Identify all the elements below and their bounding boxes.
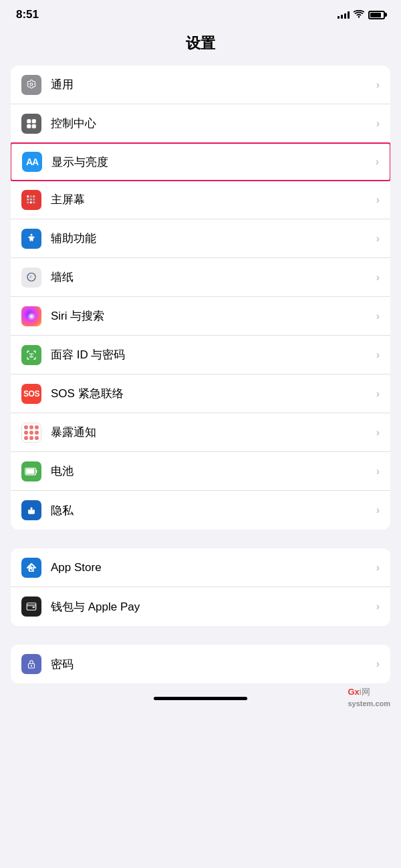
appstore-chevron: › <box>376 562 380 574</box>
settings-item-privacy[interactable]: 隐私 › <box>11 491 390 530</box>
settings-item-siri[interactable]: Siri 与搜索 › <box>11 297 390 336</box>
faceid-chevron: › <box>376 349 380 361</box>
status-bar: 8:51 <box>0 0 401 27</box>
privacy-icon <box>21 500 41 520</box>
battery-chevron: › <box>376 465 380 477</box>
svg-point-18 <box>31 315 33 317</box>
signal-icon <box>338 11 350 19</box>
watermark: Gxi网system.com <box>348 686 390 708</box>
faceid-label: 面容 ID 与密码 <box>51 347 371 362</box>
wallpaper-chevron: › <box>376 272 380 284</box>
password-label: 密码 <box>51 657 371 672</box>
exposure-icon <box>21 423 41 443</box>
settings-item-sos[interactable]: SOS SOS 紧急联络 › <box>11 374 390 413</box>
accessibility-label: 辅助功能 <box>51 231 371 246</box>
settings-item-home-screen[interactable]: 主屏幕 › <box>11 181 390 219</box>
svg-rect-13 <box>30 201 32 203</box>
siri-icon <box>21 306 41 326</box>
wifi-icon <box>354 9 364 20</box>
exposure-chevron: › <box>376 427 380 439</box>
display-chevron: › <box>376 156 379 168</box>
control-center-chevron: › <box>376 118 380 130</box>
settings-item-display[interactable]: AA 显示与亮度 › <box>11 142 390 181</box>
settings-item-wallpaper[interactable]: 墙纸 › <box>11 258 390 297</box>
status-time: 8:51 <box>16 8 39 21</box>
appstore-label: App Store <box>51 561 371 574</box>
svg-rect-6 <box>27 195 29 197</box>
accessibility-chevron: › <box>376 233 380 245</box>
battery-icon <box>21 461 41 481</box>
wallet-chevron: › <box>376 601 380 613</box>
svg-rect-9 <box>27 198 29 200</box>
siri-chevron: › <box>376 310 380 322</box>
svg-rect-30 <box>33 607 35 608</box>
battery-status-icon <box>368 11 385 19</box>
privacy-chevron: › <box>376 504 380 516</box>
control-center-label: 控制中心 <box>51 116 371 131</box>
settings-item-wallet[interactable]: 钱包与 Apple Pay › <box>11 587 390 626</box>
status-icons <box>338 9 385 20</box>
exposure-label: 暴露通知 <box>51 425 371 440</box>
svg-rect-20 <box>26 469 35 474</box>
settings-item-password[interactable]: 密码 › <box>11 645 390 683</box>
svg-rect-2 <box>27 119 31 123</box>
svg-rect-14 <box>33 201 35 203</box>
home-indicator <box>154 697 247 700</box>
control-center-icon <box>21 114 41 134</box>
settings-item-appstore[interactable]: A App Store › <box>11 548 390 587</box>
sos-chevron: › <box>376 388 380 400</box>
settings-item-accessibility[interactable]: 辅助功能 › <box>11 219 390 258</box>
svg-rect-8 <box>33 195 35 197</box>
general-label: 通用 <box>51 77 371 92</box>
battery-label: 电池 <box>51 463 371 479</box>
settings-group-1: 通用 › 控制中心 › AA 显示与亮度 › <box>11 66 390 530</box>
home-screen-label: 主屏幕 <box>51 192 371 207</box>
general-chevron: › <box>376 79 380 91</box>
settings-item-battery[interactable]: 电池 › <box>11 452 390 491</box>
svg-rect-3 <box>32 119 36 123</box>
svg-rect-7 <box>30 195 32 197</box>
svg-point-1 <box>30 83 33 86</box>
svg-rect-4 <box>27 124 31 128</box>
svg-point-0 <box>358 16 360 17</box>
privacy-label: 隐私 <box>51 503 371 518</box>
password-chevron: › <box>376 658 380 670</box>
settings-item-control-center[interactable]: 控制中心 › <box>11 104 390 143</box>
sos-icon: SOS <box>21 384 41 404</box>
svg-rect-5 <box>32 124 36 128</box>
page-title: 设置 <box>0 27 401 66</box>
home-screen-icon <box>21 190 41 210</box>
general-icon <box>21 75 41 95</box>
display-label: 显示与亮度 <box>51 154 370 170</box>
display-icon: AA <box>22 152 42 172</box>
wallpaper-icon <box>21 267 41 288</box>
siri-label: Siri 与搜索 <box>51 308 371 324</box>
home-screen-chevron: › <box>376 194 380 206</box>
settings-item-faceid[interactable]: 面容 ID 与密码 › <box>11 336 390 374</box>
wallet-icon <box>21 596 41 617</box>
svg-rect-12 <box>27 201 29 203</box>
settings-item-exposure[interactable]: 暴露通知 › <box>11 413 390 452</box>
settings-group-2: A App Store › 钱包与 Apple Pay › <box>11 548 390 626</box>
svg-point-33 <box>31 665 32 667</box>
accessibility-icon <box>21 229 41 249</box>
svg-rect-11 <box>33 198 35 200</box>
password-icon <box>21 654 41 674</box>
svg-point-15 <box>31 233 33 235</box>
wallet-label: 钱包与 Apple Pay <box>51 599 371 615</box>
svg-rect-22 <box>29 510 35 514</box>
sos-label: SOS 紧急联络 <box>51 386 371 401</box>
wallpaper-label: 墙纸 <box>51 269 371 285</box>
svg-rect-10 <box>30 198 32 200</box>
settings-group-3: 密码 › <box>11 645 390 683</box>
faceid-icon <box>21 345 41 365</box>
settings-item-general[interactable]: 通用 › <box>11 66 390 104</box>
appstore-icon: A <box>21 558 41 578</box>
